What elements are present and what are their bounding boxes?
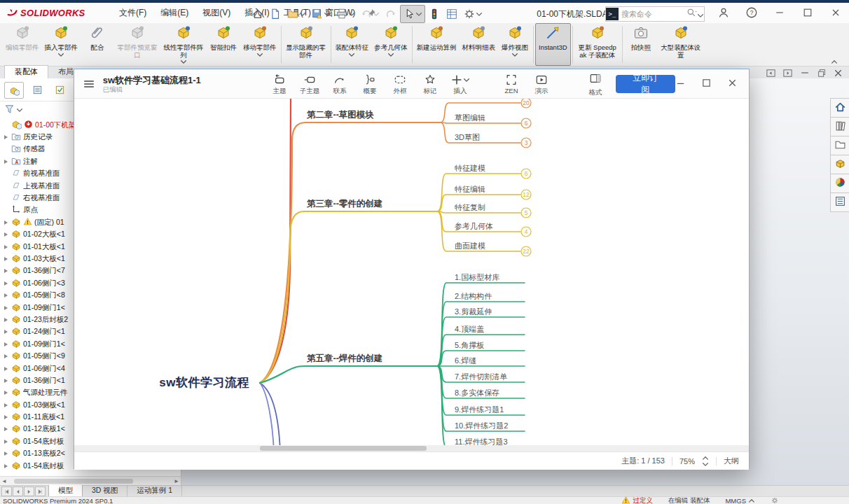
display-pane-icon[interactable] [443,6,460,22]
last-tab-icon[interactable] [35,486,46,496]
ribbon-component-preview-button[interactable]: 零部件预览窗口 [114,23,160,66]
search-input[interactable] [619,10,686,18]
configurationmanager-tab[interactable] [50,82,69,97]
ribbon-show-hidden-button[interactable]: 显示隐藏的零部件 [283,23,329,66]
next-tab-icon[interactable] [24,486,34,496]
minimize-button[interactable] [771,4,789,21]
open-icon[interactable] [284,6,308,22]
tree-horizontal-scrollbar[interactable]: ◄ ► [0,476,181,485]
subtopic-label[interactable]: 8.多实体保存 [455,388,499,398]
subtopic-label[interactable]: 7.焊件切割清单 [455,372,507,382]
minimize-icon[interactable] [675,78,686,90]
topic-ch3[interactable]: 第三章--零件的创建 [307,198,382,210]
tool-insert[interactable]: 插入 [448,72,474,96]
ribbon-update-speedpak-button[interactable]: 更新 Speedpak 子装配体 [574,23,621,66]
ribbon-collapse-icon[interactable] [831,55,838,67]
tool-subtopic[interactable]: 子主题 [297,72,323,96]
tool-play[interactable]: 演示 [529,72,555,96]
subtopic-label[interactable]: 草图编辑 [455,113,485,123]
tool-marker[interactable]: 标记 [417,72,443,96]
scrollbar-thumb[interactable] [260,446,427,451]
featuremanager-tab[interactable] [4,82,24,99]
tool-boundary[interactable]: 外框 [387,72,413,96]
ribbon-take-snapshot-button[interactable]: 拍快照 [624,23,658,66]
doc-tab-1[interactable]: 3D 视图 [83,485,127,497]
status-options-icon[interactable] [771,496,779,504]
taskpane-custom-properties-button[interactable] [830,192,849,212]
ribbon-mate-button[interactable]: 配合 [81,23,114,66]
redo-icon[interactable] [382,6,399,22]
ribbon-instant3d-button[interactable]: Instant3D [535,23,571,66]
ribbon-linear-pattern-button[interactable]: 线性零部件阵列 [160,23,207,66]
scroll-right-icon[interactable]: ► [172,477,181,485]
subtopic-label[interactable]: 9.焊件练习题1 [455,405,504,415]
tool-summary[interactable]: 概要 [357,72,383,96]
ribbon-new-motion-study-button[interactable]: 新建运动算例 [414,23,460,66]
scroll-left-icon[interactable]: ◄ [0,477,8,485]
subtopic-label[interactable]: 4.顶端盖 [455,324,484,335]
subtopic-label[interactable]: 6.焊缝 [455,356,476,366]
subtopic-label[interactable]: 3D草图 [455,132,480,143]
home-icon[interactable] [249,6,266,22]
outline-toggle[interactable]: 大纲 [724,456,739,466]
subtopic-label[interactable]: 1.国标型材库 [455,272,499,283]
user-account-icon[interactable] [715,4,733,21]
subtopic-label[interactable]: 5.角撑板 [455,340,484,351]
search-icon[interactable] [686,7,704,21]
ribbon-bill-of-materials-button[interactable]: 材料明细表 [460,23,499,66]
subtopic-label[interactable]: 3.剪裁延伸 [455,307,492,317]
tool-topic[interactable]: 主题 [267,72,293,96]
units-selector[interactable]: MMGS [725,497,755,504]
format-button[interactable]: 格式 [583,71,609,97]
menu-item-1[interactable]: 编辑(E) [153,4,195,22]
taskpane-appearances-button[interactable] [830,174,849,193]
subtopic-label[interactable]: 特征建模 [455,163,485,174]
maximize-icon[interactable] [701,78,712,90]
rebuild-icon[interactable] [426,6,443,22]
hamburger-menu-icon[interactable] [81,76,97,92]
close-button[interactable] [827,4,845,21]
undo-icon[interactable] [358,6,382,22]
tool-relation[interactable]: 联系 [327,72,353,96]
new-document-icon[interactable] [267,6,284,22]
taskpane-design-library-button[interactable] [830,117,849,136]
topic-ch5[interactable]: 第五章--焊件的创建 [307,353,382,365]
menu-item-2[interactable]: 视图(V) [195,4,237,22]
select-cursor-icon[interactable] [400,5,425,23]
ribbon-assembly-features-button[interactable]: 装配体特征 [333,23,372,66]
prev-tab-icon[interactable] [13,486,23,496]
subtopic-label[interactable]: 特征复制 [455,202,485,213]
scrollbar-thumb[interactable] [14,479,133,484]
command-tab-0[interactable]: 装配体 [4,65,48,78]
taskpane-view-palette-button[interactable] [830,155,849,174]
help-icon[interactable]: ? [743,4,761,21]
ribbon-exploded-view-button[interactable]: 爆炸视图 [498,23,532,66]
maximize-button[interactable] [799,4,817,21]
ribbon-insert-component-button[interactable]: 插入零部件 [42,23,81,66]
canvas-horizontal-scrollbar[interactable] [74,445,749,451]
menu-item-0[interactable]: 文件(F) [112,4,153,22]
ribbon-reference-geometry-button[interactable]: 参考几何体 [371,23,410,66]
taskpane-file-explorer-button[interactable] [830,136,849,155]
subtopic-label[interactable]: 参考几何体 [455,221,493,232]
save-icon[interactable] [309,6,333,22]
subtopic-label[interactable]: 2.结构构件 [455,291,492,302]
ribbon-edit-component-button[interactable]: 编辑零部件 [3,23,42,66]
subscribe-button[interactable]: 立即订阅 [616,75,675,93]
topic-ch2[interactable]: 第二章--草图模块 [307,109,374,121]
close-icon[interactable] [727,78,738,90]
ribbon-smart-fasteners-button[interactable]: 智能扣件 [207,23,240,66]
taskpane-home-button[interactable] [830,98,849,118]
zoom-stepper[interactable] [702,455,709,467]
tool-zen[interactable]: ZEN [499,72,525,94]
doc-tab-2[interactable]: 运动算例 1 [127,485,182,497]
doc-tab-0[interactable]: 模型 [48,484,83,497]
central-topic[interactable]: sw软件学习流程 [159,374,249,391]
propertymanager-tab[interactable] [28,82,46,97]
subtopic-label[interactable]: 10.焊件练习题2 [455,421,508,431]
options-gear-icon[interactable] [461,6,485,22]
subtopic-label[interactable]: 曲面建模 [455,241,485,251]
mindmap-canvas[interactable]: 20 6 3 6 12 5 4 22 sw软件学习流程第二章--草图模块草图编辑… [74,99,749,451]
subtopic-label[interactable]: 特征编辑 [455,184,485,195]
first-tab-icon[interactable] [1,486,12,496]
